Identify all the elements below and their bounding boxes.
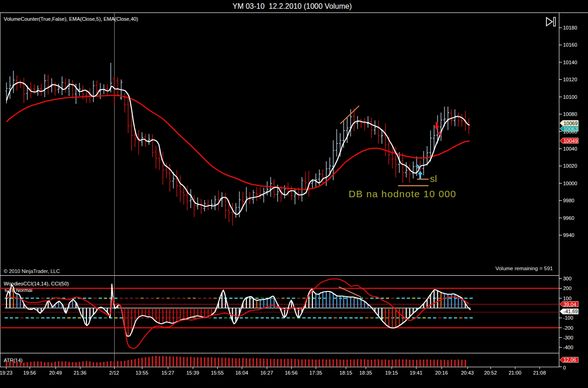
svg-text:19:23: 19:23 xyxy=(0,370,12,376)
svg-text:-100: -100 xyxy=(563,315,573,321)
svg-text:© 2010 NinjaTrader, LLC: © 2010 NinjaTrader, LLC xyxy=(4,268,60,274)
svg-text:VolumeCounter(True,False), EMA: VolumeCounter(True,False), EMA(Close,5),… xyxy=(4,16,138,22)
svg-text:10040: 10040 xyxy=(563,146,577,152)
svg-text:15:39: 15:39 xyxy=(186,370,199,376)
svg-text:300: 300 xyxy=(563,276,571,281)
svg-text:16:56: 16:56 xyxy=(285,370,298,376)
svg-text:10180: 10180 xyxy=(563,25,577,30)
svg-text:12,06: 12,06 xyxy=(564,357,576,363)
svg-text:19:15: 19:15 xyxy=(385,370,398,376)
svg-text:-41,69: -41,69 xyxy=(564,309,578,314)
svg-text:20:16: 20:16 xyxy=(435,370,448,376)
svg-text:9960: 9960 xyxy=(563,215,574,221)
svg-text:10140: 10140 xyxy=(563,60,577,65)
svg-text:YM 03-10 12.2.2010 (1000 Volu: YM 03-10 12.2.2010 (1000 Volume) xyxy=(233,2,352,10)
svg-text:10020: 10020 xyxy=(563,163,577,169)
svg-text:10063: 10063 xyxy=(564,126,578,132)
svg-text:10120: 10120 xyxy=(563,77,577,82)
svg-text:10080: 10080 xyxy=(563,111,577,117)
svg-text:10000: 10000 xyxy=(563,181,577,186)
svg-text:10160: 10160 xyxy=(563,42,577,48)
svg-text:2/12: 2/12 xyxy=(109,370,119,376)
svg-text:39,04: 39,04 xyxy=(564,302,576,307)
svg-text:sl: sl xyxy=(430,173,437,184)
svg-text:21:08: 21:08 xyxy=(533,370,546,376)
svg-text:0: 0 xyxy=(563,365,566,370)
svg-text:9940: 9940 xyxy=(563,232,574,238)
svg-text:16:27: 16:27 xyxy=(260,370,273,376)
svg-text:10100: 10100 xyxy=(563,94,577,100)
svg-text:16:04: 16:04 xyxy=(235,370,248,376)
svg-text:18:15: 18:15 xyxy=(339,370,352,376)
svg-text:WoodiesCCI(14,14), CCI(50): WoodiesCCI(14,14), CCI(50) xyxy=(4,281,69,286)
svg-text:20:49: 20:49 xyxy=(49,370,62,376)
svg-text:20:43: 20:43 xyxy=(461,370,474,376)
svg-text:Volume remaining = 591: Volume remaining = 591 xyxy=(496,266,553,271)
svg-text:-400: -400 xyxy=(563,345,573,350)
svg-text:DB na hodnote 10 000: DB na hodnote 10 000 xyxy=(349,188,456,199)
svg-text:15:55: 15:55 xyxy=(211,370,224,376)
svg-text:9980: 9980 xyxy=(563,198,574,203)
svg-text:19:41: 19:41 xyxy=(410,370,423,376)
svg-text:13:55: 13:55 xyxy=(135,370,148,376)
svg-text:19:56: 19:56 xyxy=(23,370,36,376)
svg-text:10049: 10049 xyxy=(564,138,578,144)
svg-text:200: 200 xyxy=(563,285,571,291)
svg-text:21:36: 21:36 xyxy=(74,370,86,376)
svg-text:-200: -200 xyxy=(563,325,573,331)
svg-text:17:35: 17:35 xyxy=(309,370,322,376)
svg-text:-300: -300 xyxy=(563,335,573,340)
svg-text:20:52: 20:52 xyxy=(484,370,497,376)
svg-text:15:27: 15:27 xyxy=(161,370,174,376)
svg-text:21:00: 21:00 xyxy=(508,370,521,376)
svg-text:10069: 10069 xyxy=(564,121,578,126)
svg-text:18:35: 18:35 xyxy=(359,370,372,376)
svg-text:100: 100 xyxy=(563,296,571,301)
